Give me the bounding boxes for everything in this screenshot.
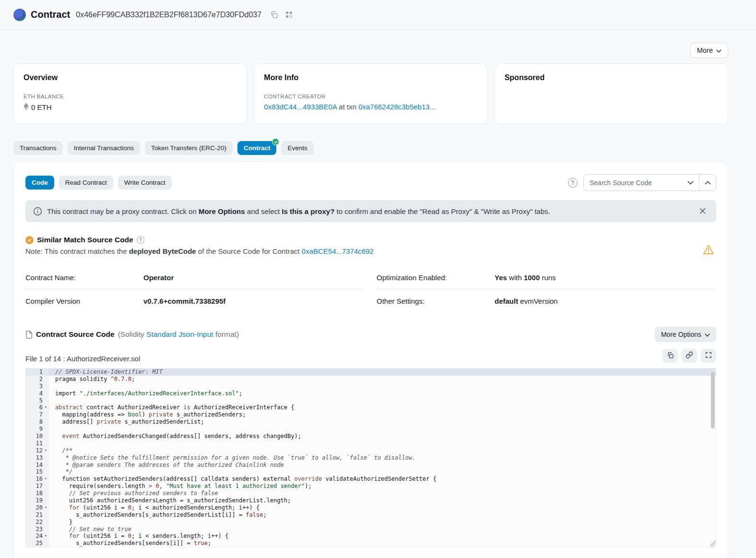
- eth-icon: [24, 103, 29, 112]
- contract-subtabs: Code Read Contract Write Contract: [25, 176, 568, 190]
- compiler-version-value: v0.7.6+commit.7338295f: [143, 297, 225, 305]
- tab-events[interactable]: Events: [281, 141, 313, 155]
- contract-panel: Code Read Contract Write Contract ?: [13, 161, 728, 558]
- contract-name-row: Contract Name: Operator: [25, 266, 365, 289]
- overview-card: Overview ETH BALANCE 0 ETH: [13, 63, 247, 124]
- code-line: 13 * @notice Sets the fulfillment permis…: [26, 454, 716, 462]
- tab-token-transfers[interactable]: Token Transfers (ERC-20): [145, 141, 233, 155]
- search-next-button[interactable]: [682, 175, 699, 190]
- compiler-version-label: Compiler Version: [25, 297, 143, 305]
- sponsored-card: Sponsored: [495, 63, 728, 124]
- code-line: 17 require(senders.length > 0, "Must hav…: [26, 483, 716, 490]
- matched-contract-link[interactable]: 0xaBCE54...7374c692: [302, 247, 374, 255]
- main-tabs: Transactions Internal Transactions Token…: [13, 141, 728, 155]
- sponsored-title: Sponsored: [505, 73, 718, 82]
- code-line: 3: [26, 383, 716, 390]
- tab-transactions[interactable]: Transactions: [13, 141, 63, 155]
- more-dropdown-button[interactable]: More: [690, 43, 728, 58]
- copy-icon: [667, 352, 674, 360]
- search-collapse-button[interactable]: [699, 175, 716, 190]
- source-format-text: (Solidity Standard Json-Input format): [118, 330, 239, 339]
- file-info: File 1 of 14 : AuthorizedReceiver.sol: [25, 355, 662, 363]
- code-line: 8 address[] private s_authorizedSenderLi…: [26, 418, 716, 426]
- question-icon[interactable]: ?: [137, 236, 144, 244]
- source-code-editor[interactable]: 1// SPDX-License-Identifier: MIT2pragma …: [25, 368, 716, 547]
- tab-internal-transactions[interactable]: Internal Transactions: [68, 141, 140, 155]
- similar-match-title: Similar Match Source Code: [37, 236, 133, 244]
- subtab-read-contract[interactable]: Read Contract: [59, 176, 113, 190]
- code-line: 24▾ for (uint256 i = 0; i < senders.leng…: [26, 533, 716, 540]
- proxy-notice-text: This contract may be a proxy contract. C…: [47, 207, 692, 215]
- code-line: 14 * @param senders The addresses of the…: [26, 462, 716, 469]
- page-header: Contract 0x46eFF99CAB332f1B2EB2Ff6813D67…: [0, 0, 756, 30]
- creation-txn-link[interactable]: 0xa7662428c3b5eb13...: [358, 103, 436, 111]
- tab-contract-label: Contract: [244, 144, 271, 152]
- contract-name-value: Operator: [143, 273, 174, 282]
- other-settings-label: Other Settings:: [377, 297, 495, 305]
- creator-address-link[interactable]: 0x83dC44...4933BE0A: [264, 103, 337, 111]
- copy-address-button[interactable]: [269, 10, 279, 20]
- copy-source-button[interactable]: [662, 349, 678, 363]
- subtab-write-contract[interactable]: Write Contract: [118, 176, 172, 190]
- chevron-down-icon: [687, 179, 694, 186]
- contract-creator-label: CONTRACT CREATOR: [264, 94, 477, 99]
- similar-match-check-icon: [25, 236, 34, 244]
- more-info-title: More Info: [264, 73, 477, 82]
- source-code-title: Contract Source Code: [36, 330, 115, 339]
- code-line: 22 }: [26, 519, 716, 526]
- permalink-button[interactable]: [682, 349, 697, 363]
- code-line: 1// SPDX-License-Identifier: MIT: [26, 368, 716, 376]
- help-icon[interactable]: ?: [568, 178, 578, 188]
- eth-balance-label: ETH BALANCE: [24, 94, 237, 99]
- code-line: 23 // Set new to true: [26, 526, 716, 533]
- optimization-label: Optimization Enabled:: [377, 273, 495, 282]
- code-line: 25 s_authorizedSenders[senders[i]] = tru…: [26, 540, 716, 547]
- code-line: 2pragma solidity ^0.7.0;: [26, 376, 716, 383]
- code-line: 7 mapping(address => bool) private s_aut…: [26, 411, 716, 418]
- proxy-notice-banner: This contract may be a proxy contract. C…: [25, 200, 716, 222]
- verified-check-icon: [272, 138, 279, 145]
- code-lines: 1// SPDX-License-Identifier: MIT2pragma …: [26, 368, 716, 547]
- search-source-input[interactable]: [584, 175, 682, 190]
- more-options-button[interactable]: More Options: [655, 327, 716, 342]
- other-settings-row: Other Settings: default evmVersion: [377, 289, 716, 312]
- code-line: 10 event AuthorizedSendersChanged(addres…: [26, 433, 716, 440]
- tab-contract[interactable]: Contract: [237, 141, 277, 155]
- editor-scrollbar[interactable]: [711, 372, 715, 428]
- optimization-row: Optimization Enabled: Yes with 1000 runs: [377, 266, 716, 289]
- close-icon[interactable]: ✕: [697, 206, 709, 216]
- expand-icon: [705, 352, 712, 360]
- more-info-card: More Info CONTRACT CREATOR 0x83dC44...49…: [254, 63, 487, 124]
- info-cards: Overview ETH BALANCE 0 ETH More Info CON…: [13, 63, 728, 124]
- chevron-up-icon: [705, 179, 711, 186]
- file-icon: [25, 331, 33, 339]
- similar-match-section: Similar Match Source Code ? Note: This c…: [25, 236, 716, 255]
- qr-code-button[interactable]: [284, 10, 294, 20]
- compiler-version-row: Compiler Version v0.7.6+commit.7338295f: [25, 289, 365, 312]
- at-txn-text: at txn: [337, 103, 358, 111]
- contract-avatar: [13, 9, 26, 21]
- more-options-label: More Options: [661, 331, 701, 338]
- code-line: 11: [26, 440, 716, 447]
- overview-title: Overview: [24, 73, 237, 82]
- expand-icon-button[interactable]: [701, 349, 716, 363]
- more-dropdown-label: More: [697, 47, 713, 54]
- contract-name-label: Contract Name:: [25, 273, 143, 282]
- subtab-code[interactable]: Code: [25, 176, 54, 190]
- similar-match-note: Note: This contract matches the deployed…: [25, 247, 716, 255]
- code-line: 19 uint256 authorizedSendersLength = s_a…: [26, 497, 716, 504]
- editor-resize-handle[interactable]: [709, 541, 715, 546]
- contract-details: Contract Name: Operator Compiler Version…: [25, 266, 716, 312]
- code-line: 5: [26, 397, 716, 404]
- code-line: 18 // Set previous authorized senders to…: [26, 490, 716, 497]
- optimization-value: Yes with 1000 runs: [495, 273, 556, 282]
- qr-code-icon: [285, 11, 293, 19]
- link-icon: [685, 351, 693, 360]
- other-settings-value: default evmVersion: [495, 297, 558, 305]
- json-format-link[interactable]: Standard Json-Input: [146, 330, 213, 338]
- warning-icon[interactable]: [703, 244, 714, 256]
- eth-balance-value: 0 ETH: [31, 103, 52, 111]
- code-line: 21 s_authorizedSenders[s_authorizedSende…: [26, 511, 716, 519]
- chevron-down-icon: [705, 331, 710, 338]
- info-icon: [33, 207, 42, 216]
